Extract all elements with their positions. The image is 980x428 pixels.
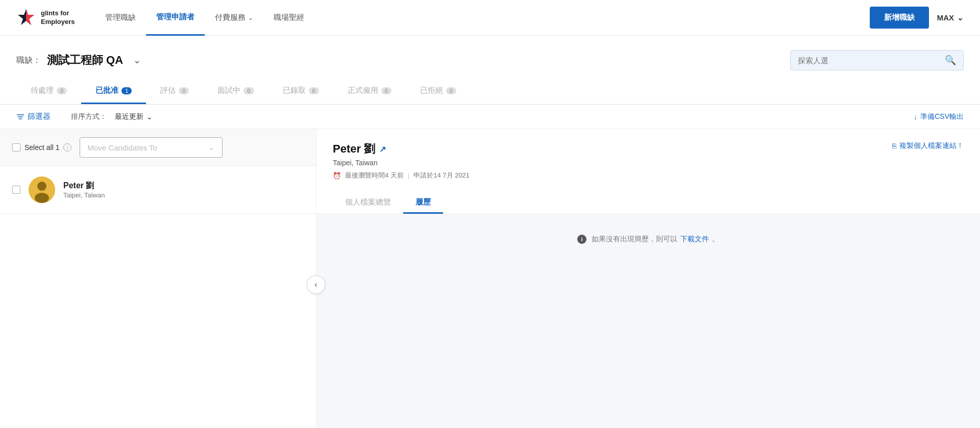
logo[interactable]: glints for Employers: [16, 8, 75, 28]
csv-export-button[interactable]: ↓ 準備CSV輸出: [914, 112, 964, 121]
clock-icon: ⏰: [333, 172, 341, 180]
right-header: Peter 劉 ↗ Taipei, Taiwan ⏰ 最後瀏覽時間4 天前 | …: [316, 129, 980, 214]
nav-item-paid-services[interactable]: 付費服務 ⌄: [205, 0, 263, 36]
search-box[interactable]: 🔍: [790, 50, 964, 70]
filter-bar: 篩選器 排序方式： 最近更新 ⌄ ↓ 準備CSV輸出: [0, 105, 980, 129]
sort-chevron-icon: ⌄: [146, 113, 153, 121]
main-content: Select all 1 i Move Candidates To ⌄: [0, 129, 980, 428]
candidate-detail-header: Peter 劉 ↗ Taipei, Taiwan ⏰ 最後瀏覽時間4 天前 | …: [333, 141, 964, 186]
tab-evaluation-badge: 0: [179, 87, 189, 94]
tab-interview[interactable]: 面試中 0: [203, 79, 268, 104]
user-menu-chevron-icon: ⌄: [957, 13, 964, 22]
select-all-area[interactable]: Select all 1 i: [12, 143, 71, 152]
nav-item-manage-applicants[interactable]: 管理申請者: [146, 0, 205, 36]
avatar: [29, 177, 55, 203]
job-label: 職缺：: [16, 55, 41, 66]
search-icon[interactable]: 🔍: [945, 55, 956, 66]
header-right: 新增職缺 MAX ⌄: [870, 7, 964, 29]
logo-star-icon: [16, 8, 36, 28]
tab-evaluation[interactable]: 評估 0: [146, 79, 203, 104]
user-menu[interactable]: MAX ⌄: [937, 13, 964, 22]
download-document-link[interactable]: 下載文件: [680, 235, 709, 244]
tab-profile-overview[interactable]: 個人檔案總覽: [333, 192, 403, 214]
candidate-location: Taipei, Taiwan: [63, 191, 105, 199]
move-candidates-chevron-icon: ⌄: [208, 143, 215, 152]
svg-marker-1: [26, 9, 34, 25]
filter-button[interactable]: 篩選器: [16, 112, 51, 121]
candidate-name: Peter 劉: [63, 181, 105, 191]
right-panel: Peter 劉 ↗ Taipei, Taiwan ⏰ 最後瀏覽時間4 天前 | …: [316, 129, 980, 428]
svg-point-6: [37, 182, 46, 191]
candidate-detail-left: Peter 劉 ↗ Taipei, Taiwan ⏰ 最後瀏覽時間4 天前 | …: [333, 141, 470, 180]
candidate-detail-location: Taipei, Taiwan: [333, 159, 470, 167]
tab-pending-badge: 0: [57, 87, 67, 94]
info-circle-icon: i: [577, 235, 586, 244]
paid-services-arrow-icon: ⌄: [248, 14, 253, 21]
collapse-panel-button[interactable]: ‹: [307, 275, 325, 294]
copy-profile-button[interactable]: ⎘ 複製個人檔案連結！: [892, 141, 964, 150]
tab-employed-badge: 0: [381, 87, 391, 94]
sort-select[interactable]: 最近更新 ⌄: [115, 112, 153, 121]
download-icon: ↓: [914, 113, 917, 121]
tab-pending[interactable]: 待處理 0: [16, 79, 81, 104]
logo-text: glints for Employers: [41, 9, 75, 27]
move-candidates-dropdown[interactable]: Move Candidates To ⌄: [80, 137, 223, 158]
candidate-checkbox[interactable]: [12, 186, 20, 194]
filter-icon: [16, 113, 24, 121]
tab-employed[interactable]: 正式僱用 0: [333, 79, 406, 104]
tab-hired-badge: 0: [309, 87, 319, 94]
resume-area: i 如果沒有出現簡歷，則可以 下載文件 。: [316, 214, 980, 264]
select-all-info-icon[interactable]: i: [63, 143, 71, 152]
avatar-svg: [29, 177, 55, 203]
tab-resume[interactable]: 履歷: [403, 192, 443, 214]
job-title-bar: 職缺： 測試工程師 QA ⌄ 🔍: [0, 36, 980, 79]
tab-hired[interactable]: 已錄取 0: [268, 79, 333, 104]
nav-item-manage-jobs[interactable]: 管理職缺: [95, 0, 146, 36]
left-panel: Select all 1 i Move Candidates To ⌄: [0, 129, 316, 428]
header: glints for Employers 管理職缺 管理申請者 付費服務 ⌄ 職…: [0, 0, 980, 36]
external-link-icon[interactable]: ↗: [379, 144, 386, 154]
candidate-card[interactable]: Peter 劉 Taipei, Taiwan: [0, 166, 316, 214]
nav-item-workplace-bible[interactable]: 職場聖經: [263, 0, 314, 36]
resume-hint: i 如果沒有出現簡歷，則可以 下載文件 。: [577, 235, 719, 244]
candidate-meta: ⏰ 最後瀏覽時間4 天前 | 申請於14 7月 2021: [333, 171, 470, 180]
select-all-checkbox[interactable]: [12, 143, 20, 152]
tab-approved[interactable]: 已批准 1: [81, 79, 146, 104]
candidate-detail-name: Peter 劉 ↗: [333, 141, 470, 157]
main-nav: 管理職缺 管理申請者 付費服務 ⌄ 職場聖經: [95, 0, 869, 36]
tab-interview-badge: 0: [243, 87, 254, 94]
search-input[interactable]: [798, 56, 941, 65]
job-name: 測試工程師 QA: [47, 53, 123, 68]
tabs-bar: 待處理 0 已批准 1 評估 0 面試中 0 已錄取 0 正式僱用 0 已拒絕 …: [0, 79, 980, 105]
sort-label: 排序方式：: [71, 112, 107, 121]
tab-rejected[interactable]: 已拒絕 0: [406, 79, 471, 104]
tab-rejected-badge: 0: [446, 87, 456, 94]
job-chevron-icon[interactable]: ⌄: [133, 55, 141, 66]
tab-approved-badge: 1: [121, 87, 132, 94]
copy-icon: ⎘: [892, 142, 896, 150]
candidate-list: Peter 劉 Taipei, Taiwan: [0, 166, 316, 214]
select-move-bar: Select all 1 i Move Candidates To ⌄: [0, 129, 316, 166]
svg-point-7: [35, 193, 49, 203]
new-job-button[interactable]: 新增職缺: [870, 7, 929, 29]
detail-tabs: 個人檔案總覽 履歷: [333, 192, 964, 214]
candidate-info: Peter 劉 Taipei, Taiwan: [63, 181, 105, 199]
